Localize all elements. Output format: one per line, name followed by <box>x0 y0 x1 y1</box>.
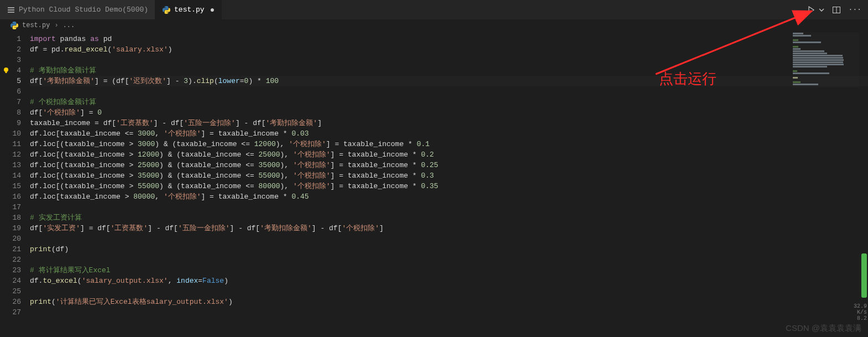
lightbulb-icon[interactable] <box>2 66 10 74</box>
line-number: 10 <box>0 128 21 139</box>
line-number: 13 <box>0 160 21 170</box>
python-file-icon <box>10 21 19 30</box>
chevron-right-icon: › <box>54 22 58 29</box>
line-number: 14 <box>0 170 21 181</box>
code-line[interactable]: print('计算结果已写入Excel表格salary_output.xlsx'… <box>30 297 868 307</box>
code-line[interactable] <box>30 202 868 212</box>
code-line[interactable]: df.loc[(taxable_income > 12000) & (taxab… <box>30 149 868 160</box>
code-line[interactable]: # 实发工资计算 <box>30 212 868 223</box>
line-number: 18 <box>0 212 21 223</box>
code-line[interactable] <box>30 86 868 97</box>
run-dropdown[interactable] <box>819 7 824 13</box>
line-number: 16 <box>0 191 21 202</box>
line-number: 11 <box>0 139 21 149</box>
run-button[interactable] <box>807 6 815 14</box>
tab-workspace[interactable]: Python Cloud Studio Demo(5000) <box>0 0 155 19</box>
code-line[interactable]: df['个税扣除'] = 0 <box>30 107 868 118</box>
tab-file-label: test.py <box>174 6 205 14</box>
code-line[interactable] <box>30 234 868 244</box>
watermark: CSDN @袁袁袁袁满 <box>786 323 861 334</box>
line-number: 21 <box>0 244 21 255</box>
code-line[interactable]: df.loc[taxable_income > 80000, '个税扣除'] =… <box>30 191 868 202</box>
tab-bar: Python Cloud Studio Demo(5000) test.py ●… <box>0 0 868 19</box>
editor-toolbar: ··· <box>807 6 868 14</box>
code-line[interactable]: print(df) <box>30 244 868 255</box>
line-number: 3 <box>0 55 21 65</box>
line-number: 19 <box>0 223 21 234</box>
code-line[interactable]: # 将计算结果写入Excel <box>30 265 868 276</box>
more-actions-button[interactable]: ··· <box>849 6 861 14</box>
line-number: 25 <box>0 286 21 297</box>
line-number: 26 <box>0 297 21 307</box>
menu-icon <box>7 6 15 14</box>
code-line[interactable]: df.loc[(taxable_income > 25000) & (taxab… <box>30 160 868 170</box>
code-line[interactable]: df.loc[(taxable_income > 55000) & (taxab… <box>30 181 868 191</box>
line-number: 27 <box>0 307 21 318</box>
code-line[interactable] <box>30 255 868 265</box>
line-number: 20 <box>0 234 21 244</box>
svg-point-2 <box>4 68 8 72</box>
code-line[interactable]: df.loc[taxable_income <= 3000, '个税扣除'] =… <box>30 128 868 139</box>
line-number: 24 <box>0 276 21 286</box>
tab-workspace-label: Python Cloud Studio Demo(5000) <box>19 6 148 14</box>
split-editor-button[interactable] <box>832 6 841 14</box>
line-number: 5 <box>0 76 21 86</box>
line-number: 6 <box>0 86 21 97</box>
breadcrumb[interactable]: test.py › ... <box>0 19 868 32</box>
breadcrumb-more[interactable]: ... <box>63 22 75 29</box>
line-number: 7 <box>0 97 21 107</box>
line-number: 2 <box>0 44 21 55</box>
line-number: 15 <box>0 181 21 191</box>
line-number: 12 <box>0 149 21 160</box>
code-line[interactable]: df = pd.read_excel('salary.xlsx') <box>30 44 868 55</box>
python-file-icon <box>162 6 171 14</box>
code-line[interactable]: df.to_excel('salary_output.xlsx', index=… <box>30 276 868 286</box>
code-line[interactable]: taxable_income = df['工资基数'] - df['五险一金扣除… <box>30 118 868 128</box>
dirty-indicator[interactable]: ● <box>210 6 215 14</box>
code-line[interactable]: df.loc[(taxable_income > 3000) & (taxabl… <box>30 139 868 149</box>
line-number: 22 <box>0 255 21 265</box>
code-line[interactable]: df['考勤扣除金额'] = (df['迟到次数'] - 3).clip(low… <box>30 76 868 86</box>
code-line[interactable] <box>30 55 868 65</box>
code-line[interactable]: df.loc[(taxable_income > 35000) & (taxab… <box>30 170 868 181</box>
code-line[interactable]: df['实发工资'] = df['工资基数'] - df['五险一金扣除'] -… <box>30 223 868 234</box>
line-number: 9 <box>0 118 21 128</box>
code-area[interactable]: import pandas as pddf = pd.read_excel('s… <box>30 32 868 337</box>
code-line[interactable]: # 个税扣除金额计算 <box>30 97 868 107</box>
line-number: 8 <box>0 107 21 118</box>
editor[interactable]: 1234567891011121314151617181920212223242… <box>0 32 868 337</box>
code-line[interactable]: import pandas as pd <box>30 34 868 44</box>
line-number: 1 <box>0 34 21 44</box>
line-number: 17 <box>0 202 21 212</box>
breadcrumb-file[interactable]: test.py <box>22 22 50 29</box>
tab-file-active[interactable]: test.py ● <box>155 0 222 19</box>
svg-rect-3 <box>6 72 7 73</box>
minimap[interactable] <box>793 32 859 87</box>
line-number-gutter: 1234567891011121314151617181920212223242… <box>0 32 30 337</box>
line-number: 23 <box>0 265 21 276</box>
code-line[interactable] <box>30 307 868 318</box>
scroll-indicator[interactable] <box>861 253 867 298</box>
code-line[interactable]: # 考勤扣除金额计算 <box>30 65 868 76</box>
network-stats: 32.9 K/s 8.2 <box>854 303 867 322</box>
code-line[interactable] <box>30 286 868 297</box>
